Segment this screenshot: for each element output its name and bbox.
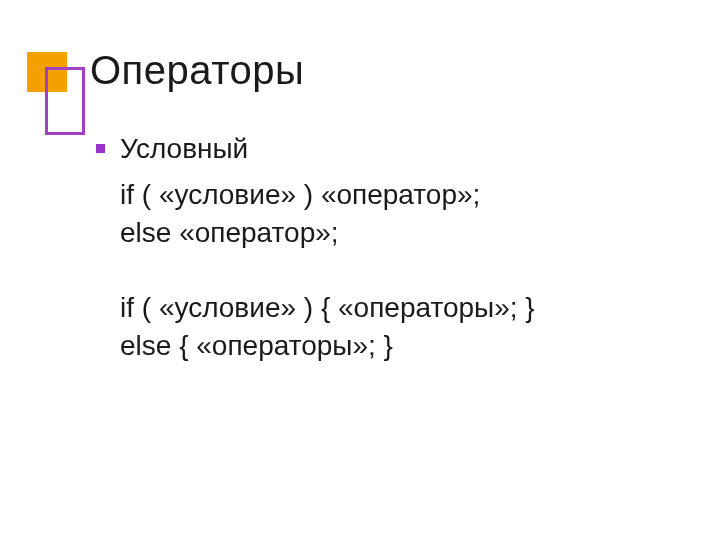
bullet-label: Условный [120, 133, 248, 164]
decor-rect-purple [45, 67, 85, 135]
square-bullet-icon [96, 144, 105, 153]
content-group-1: Условный if ( «условие» ) «оператор»; el… [120, 130, 680, 251]
content-group-2: if ( «условие» ) { «операторы»; } else {… [120, 289, 680, 365]
bullet-item: Условный [120, 130, 680, 168]
slide-content: Условный if ( «условие» ) «оператор»; el… [120, 130, 680, 403]
slide-title: Операторы [90, 48, 304, 93]
code-line: else «оператор»; [120, 214, 680, 252]
slide: Операторы Условный if ( «условие» ) «опе… [0, 0, 720, 540]
code-line: else { «операторы»; } [120, 327, 680, 365]
code-line: if ( «условие» ) { «операторы»; } [120, 289, 680, 327]
code-line: if ( «условие» ) «оператор»; [120, 176, 680, 214]
